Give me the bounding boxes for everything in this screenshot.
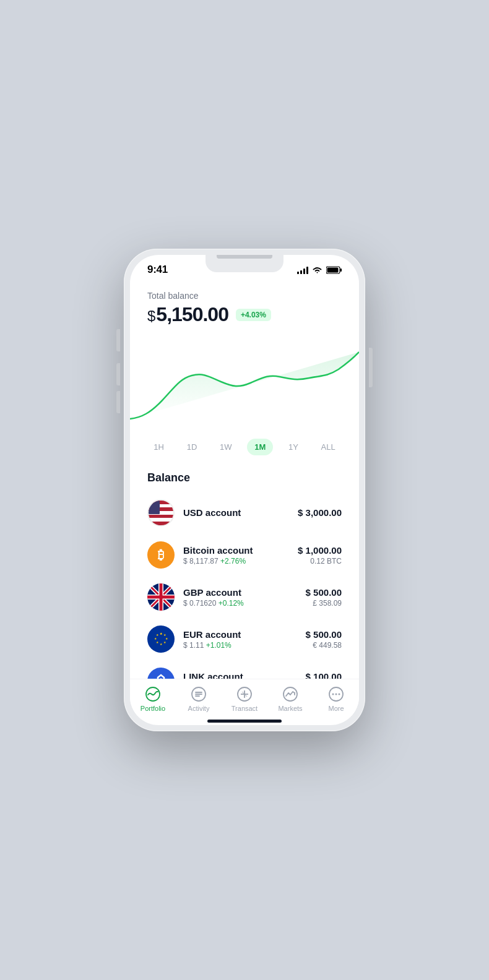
header-area: Total balance $5,150.00 +4.03% (130, 278, 359, 332)
usd-amount: $ 3,000.00 (298, 507, 342, 518)
link-icon (147, 668, 175, 679)
more-icon (327, 686, 345, 703)
usd-info: USD account (183, 507, 298, 519)
account-row-btc[interactable]: ₿ Bitcoin account $ 8,117.87 +2.76% $ 1,… (130, 534, 359, 576)
account-row-eur[interactable]: ★ ★ ★ ★ ★ ★ ★ ★ ★ EUR account $ 1.11 +1.… (130, 618, 359, 660)
transact-label: Transact (232, 705, 257, 712)
filter-1h[interactable]: 1H (146, 439, 171, 455)
gbp-name: GBP account (183, 587, 306, 598)
eur-sub: $ 1.11 +1.01% (183, 641, 306, 650)
portfolio-label: Portfolio (141, 705, 165, 712)
filter-1m[interactable]: 1M (247, 439, 273, 455)
account-row-usd[interactable]: USD account $ 3,000.00 (130, 492, 359, 534)
svg-rect-11 (160, 583, 163, 611)
gbp-native: £ 358.09 (306, 599, 342, 608)
gbp-sub: $ 0.71620 +0.12% (183, 599, 306, 608)
scroll-content[interactable]: Total balance $5,150.00 +4.03% (130, 278, 359, 679)
gbp-info: GBP account $ 0.71620 +0.12% (183, 587, 306, 608)
nav-markets[interactable]: Markets (272, 686, 309, 712)
btc-name: Bitcoin account (183, 545, 298, 556)
btc-native: 0.12 BTC (298, 557, 342, 565)
filter-1w[interactable]: 1W (212, 439, 240, 455)
svg-point-39 (335, 694, 337, 695)
link-amounts: $ 100.00 37.03 LINK (305, 671, 342, 679)
eur-usd: $ 500.00 (306, 629, 342, 640)
account-row-gbp[interactable]: GBP account $ 0.71620 +0.12% $ 500.00 £ … (130, 576, 359, 618)
change-badge: +4.03% (236, 309, 271, 321)
markets-label: Markets (278, 705, 302, 712)
nav-transact[interactable]: Transact (226, 686, 263, 712)
more-label: More (328, 705, 344, 712)
bottom-nav: Portfolio Activity (130, 679, 359, 716)
battery-icon (326, 266, 342, 274)
eur-icon: ★ ★ ★ ★ ★ ★ ★ ★ ★ (147, 625, 175, 653)
eur-info: EUR account $ 1.11 +1.01% (183, 629, 306, 650)
wifi-icon (312, 266, 322, 274)
gbp-icon (147, 583, 175, 611)
total-label: Total balance (147, 291, 342, 301)
dollar-sign: $ (147, 307, 155, 324)
btc-usd: $ 1,000.00 (298, 545, 342, 556)
portfolio-icon (144, 686, 162, 703)
time-filters: 1H 1D 1W 1M 1Y ALL (130, 431, 359, 463)
account-row-link[interactable]: LINK account $ 2.70 -0.02% $ 100.00 37.0… (130, 660, 359, 679)
transact-icon (236, 686, 253, 703)
svg-rect-2 (327, 267, 339, 272)
filter-all[interactable]: ALL (314, 439, 343, 455)
activity-label: Activity (188, 705, 210, 712)
usd-amounts: $ 3,000.00 (298, 507, 342, 519)
notch (206, 255, 283, 272)
total-balance-row: $5,150.00 +4.03% (147, 303, 342, 326)
usd-icon (147, 499, 175, 527)
nav-portfolio[interactable]: Portfolio (134, 686, 171, 712)
eur-native: € 449.58 (306, 641, 342, 650)
filter-1d[interactable]: 1D (180, 439, 205, 455)
eur-amounts: $ 500.00 € 449.58 (306, 629, 342, 650)
svg-rect-1 (340, 269, 342, 272)
link-usd: $ 100.00 (305, 671, 342, 679)
svg-point-38 (332, 694, 334, 695)
eur-name: EUR account (183, 629, 306, 640)
chart-area (130, 332, 359, 431)
notch-pill (217, 255, 272, 259)
btc-sub: $ 8,117.87 +2.76% (183, 557, 298, 565)
markets-icon (282, 686, 299, 703)
price-chart (130, 332, 359, 431)
status-icons (297, 266, 342, 274)
link-info: LINK account $ 2.70 -0.02% (183, 671, 305, 679)
link-name: LINK account (183, 671, 305, 679)
home-indicator (207, 720, 282, 723)
gbp-usd: $ 500.00 (306, 587, 342, 598)
total-amount: $5,150.00 (147, 303, 228, 326)
activity-icon (190, 686, 207, 703)
nav-more[interactable]: More (318, 686, 355, 712)
gbp-amounts: $ 500.00 £ 358.09 (306, 587, 342, 608)
btc-icon: ₿ (147, 541, 175, 569)
usd-name: USD account (183, 507, 298, 518)
balance-section-title: Balance (130, 466, 359, 492)
svg-point-40 (339, 694, 340, 695)
btc-info: Bitcoin account $ 8,117.87 +2.76% (183, 545, 298, 565)
btc-amounts: $ 1,000.00 0.12 BTC (298, 545, 342, 565)
status-time: 9:41 (147, 264, 168, 276)
filter-1y[interactable]: 1Y (281, 439, 306, 455)
nav-activity[interactable]: Activity (180, 686, 217, 712)
signal-icon (297, 266, 308, 274)
